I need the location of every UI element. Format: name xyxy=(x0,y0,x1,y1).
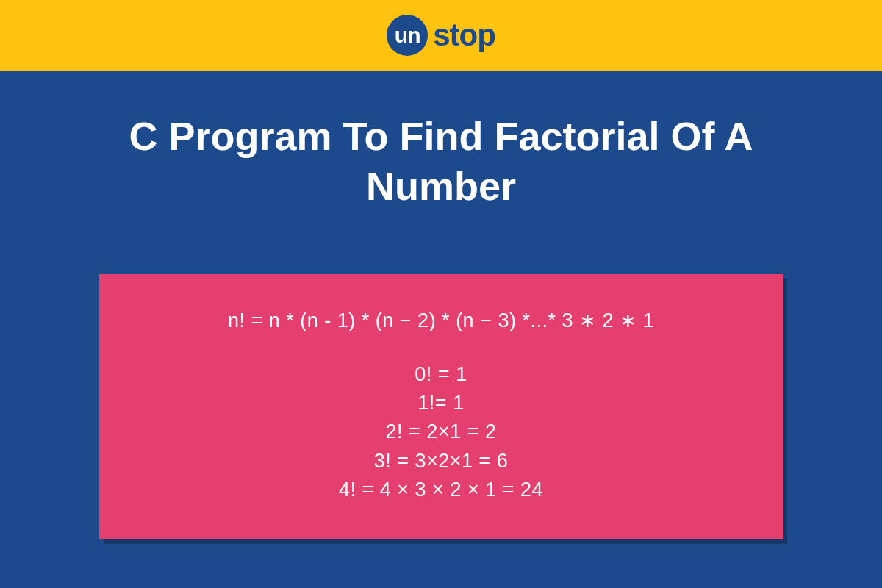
logo: un stop xyxy=(387,15,495,56)
formula-example: 4! = 4 × 3 × 2 × 1 = 24 xyxy=(136,476,746,504)
logo-suffix-text: stop xyxy=(433,18,495,53)
formula-example: 3! = 3×2×1 = 6 xyxy=(136,447,746,476)
formula-example: 2! = 2×1 = 2 xyxy=(136,417,746,446)
page-title: C Program To Find Factorial Of A Number xyxy=(74,112,808,211)
formula-box: n! = n * (n - 1) * (n − 2) * (n − 3) *..… xyxy=(99,274,783,539)
header-bar: un stop xyxy=(0,0,882,71)
logo-circle-icon: un xyxy=(387,15,428,56)
formula-example: 0! = 1 xyxy=(136,360,746,389)
logo-circle-text: un xyxy=(395,23,420,48)
main-content: C Program To Find Factorial Of A Number … xyxy=(0,71,882,588)
formula-example: 1!= 1 xyxy=(136,389,746,417)
formula-main: n! = n * (n - 1) * (n − 2) * (n − 3) *..… xyxy=(136,306,746,335)
